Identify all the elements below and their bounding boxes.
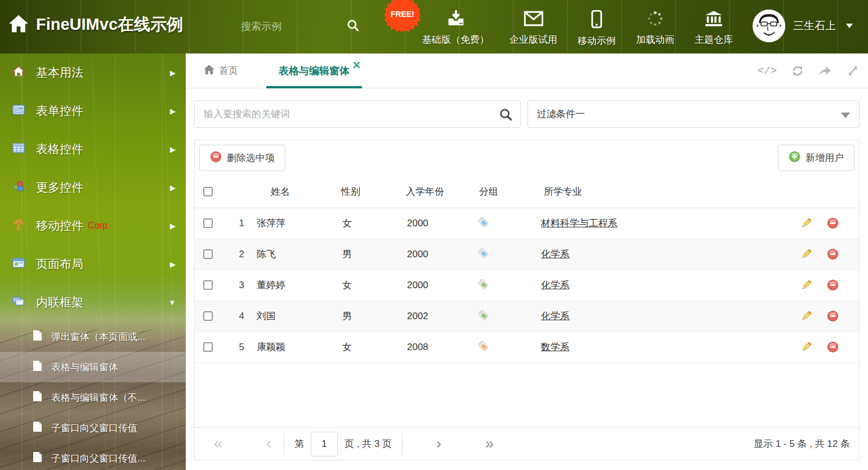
chevron-right-icon: ▶ xyxy=(170,260,176,268)
row-checkbox[interactable] xyxy=(203,249,213,259)
nav-theme-store[interactable]: 主题仓库 xyxy=(684,10,743,46)
sidebar-item-page-layout[interactable]: 页面布局 ▶ xyxy=(0,245,186,283)
prev-page-button[interactable]: ‹ xyxy=(264,436,274,451)
delete-row-icon[interactable] xyxy=(827,248,839,260)
brand[interactable]: FineUIMvc在线示例 xyxy=(9,14,183,36)
username: 三生石上 xyxy=(793,19,836,33)
grid-panel: 删除选中项 新增用户 姓名 性别 入学年份 分组 所学专业 xyxy=(194,140,860,460)
header-search-input[interactable] xyxy=(241,21,331,33)
nav-enterprise-trial[interactable]: 企业版试用 xyxy=(499,10,567,46)
chevron-down-icon: ▼ xyxy=(168,298,176,307)
nav-mobile-demo[interactable]: 移动示例 xyxy=(567,10,626,47)
first-page-button[interactable]: « xyxy=(212,436,225,451)
refresh-icon[interactable] xyxy=(791,65,804,77)
expand-icon[interactable] xyxy=(847,65,859,77)
delete-row-icon[interactable] xyxy=(827,279,839,291)
user-menu[interactable]: 三生石上 xyxy=(753,10,853,42)
row-checkbox[interactable] xyxy=(203,342,213,352)
edit-pencil-icon[interactable] xyxy=(800,217,812,229)
last-page-button[interactable]: » xyxy=(483,436,496,451)
sidebar-subitem-grid-edit-window-2[interactable]: 表格与编辑窗体（不... xyxy=(0,382,186,413)
row-index: 5 xyxy=(226,332,245,362)
sidebar-item-form-controls[interactable]: 表单控件 ▶ xyxy=(0,92,186,130)
grid-toolbar: 删除选中项 新增用户 xyxy=(195,140,859,176)
col-index xyxy=(226,176,245,208)
search-icon[interactable] xyxy=(347,19,359,34)
page-suffix: 页 , 共 3 页 xyxy=(344,437,392,450)
form-icon xyxy=(12,105,25,117)
major-link[interactable]: 化学系 xyxy=(541,311,570,321)
close-icon[interactable] xyxy=(354,59,360,71)
edit-pencil-icon[interactable] xyxy=(800,310,812,322)
tag-icon xyxy=(477,250,489,261)
tab-strip: 首页 表格与编辑窗体 </> xyxy=(186,53,868,88)
table-icon xyxy=(12,143,25,155)
cell-gender: 女 xyxy=(321,208,389,239)
row-checkbox[interactable] xyxy=(203,218,213,228)
nav-label: 企业版试用 xyxy=(509,33,557,46)
major-link[interactable]: 化学系 xyxy=(541,249,570,259)
page-icon xyxy=(33,360,42,374)
select-all-checkbox[interactable] xyxy=(203,187,213,196)
keyword-search-input[interactable] xyxy=(195,101,520,127)
major-link[interactable]: 材料科学与工程系 xyxy=(541,218,618,229)
svg-text:FREE!: FREE! xyxy=(391,10,414,19)
pagination-bar: « ‹ 第 页 , 共 3 页 › » 显示 1 - 5 条 , 共 12 条 xyxy=(195,427,859,460)
open-in-new-icon[interactable] xyxy=(818,65,832,77)
edit-pencil-icon[interactable] xyxy=(800,248,812,260)
page-number-input[interactable] xyxy=(311,432,338,456)
sidebar-subitem-grid-edit-window[interactable]: 表格与编辑窗体 xyxy=(0,352,186,382)
next-page-button[interactable]: › xyxy=(434,436,444,451)
col-group: 分组 xyxy=(462,176,524,208)
cell-year: 2002 xyxy=(389,301,462,332)
row-index: 3 xyxy=(226,270,245,301)
sidebar-item-mobile-controls[interactable]: 移动控件 Corp. ▶ xyxy=(0,207,186,245)
add-user-button[interactable]: 新增用户 xyxy=(778,145,854,171)
row-checkbox[interactable] xyxy=(203,311,213,321)
delete-row-icon[interactable] xyxy=(827,217,839,229)
nav-label: 移动示例 xyxy=(578,34,616,47)
cell-name: 陈飞 xyxy=(245,239,321,270)
cell-year: 2000 xyxy=(389,208,462,239)
page-icon xyxy=(33,421,42,435)
major-link[interactable]: 数学系 xyxy=(541,342,570,352)
keyword-search[interactable] xyxy=(194,100,521,128)
chevron-right-icon: ▶ xyxy=(170,145,176,154)
edit-pencil-icon[interactable] xyxy=(800,279,812,291)
sidebar-subitem-child-to-parent[interactable]: 子窗口向父窗口传值 xyxy=(0,413,186,443)
delete-row-icon[interactable] xyxy=(827,341,839,353)
sidebar-subitem-child-to-parent-2[interactable]: 子窗口向父窗口传值... xyxy=(0,443,186,470)
divider xyxy=(402,433,402,455)
cell-year: 2000 xyxy=(389,239,462,270)
delete-selected-button[interactable]: 删除选中项 xyxy=(199,145,285,171)
col-actions xyxy=(791,176,859,208)
sidebar-item-more-controls[interactable]: 更多控件 ▶ xyxy=(0,168,186,207)
page-icon xyxy=(33,451,42,465)
pagination-summary: 显示 1 - 5 条 , 共 12 条 xyxy=(754,437,850,450)
sidebar-item-grid-controls[interactable]: 表格控件 ▶ xyxy=(0,130,186,168)
search-icon[interactable] xyxy=(499,108,512,123)
sidebar-item-basic-usage[interactable]: 基本用法 ▶ xyxy=(0,53,186,92)
row-checkbox[interactable] xyxy=(203,280,213,290)
edit-pencil-icon[interactable] xyxy=(800,341,812,353)
table-row: 2 陈飞 男 2000 化学系 xyxy=(195,239,859,270)
cell-gender: 女 xyxy=(321,332,389,362)
nav-loading-animation[interactable]: 加载动画 xyxy=(626,10,684,46)
filter-dropdown[interactable]: 过滤条件一 xyxy=(527,100,860,128)
filter-dropdown-value: 过滤条件一 xyxy=(537,108,585,120)
cell-year: 2000 xyxy=(389,270,462,301)
header-search[interactable] xyxy=(241,16,362,37)
cell-name: 董婷婷 xyxy=(245,270,321,301)
nav-basic-version[interactable]: 基础版（免费） xyxy=(412,10,499,46)
cell-gender: 男 xyxy=(321,301,389,332)
major-link[interactable]: 化学系 xyxy=(541,280,570,290)
tab-home[interactable]: 首页 xyxy=(191,53,250,88)
sidebar-subitem-popup-window[interactable]: 弹出窗体（本页面或... xyxy=(0,321,186,352)
source-code-icon[interactable]: </> xyxy=(758,65,777,77)
tab-grid-edit-window[interactable]: 表格与编辑窗体 xyxy=(266,53,362,88)
sidebar-item-inline-frame[interactable]: 内联框架 ▼ xyxy=(0,283,186,321)
table-row: 5 康颖颖 女 2008 数学系 xyxy=(195,332,859,362)
delete-row-icon[interactable] xyxy=(827,310,839,322)
page-icon xyxy=(33,330,42,343)
sidebar: 基本用法 ▶ 表单控件 ▶ 表格控件 ▶ 更多控件 ▶ 移动控件 Corp. ▶… xyxy=(0,53,186,470)
